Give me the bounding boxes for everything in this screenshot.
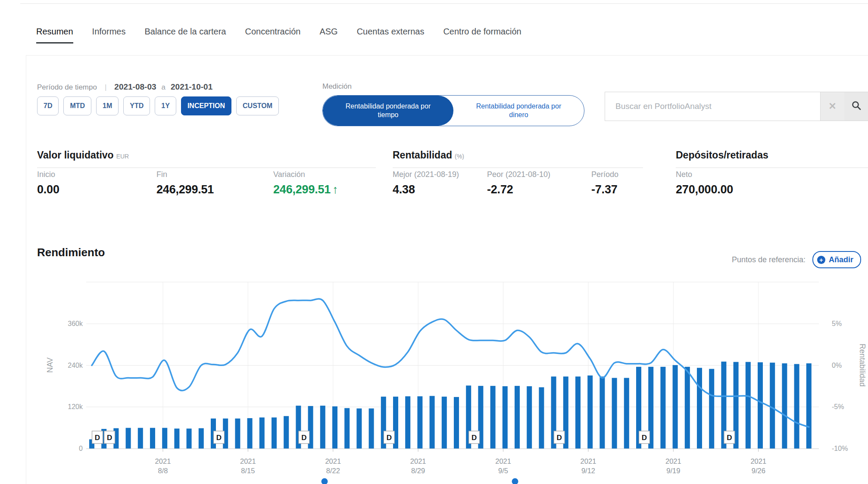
legend-return-dot[interactable]: [512, 478, 518, 484]
stat-group-title: Depósitos/retiradas: [676, 149, 768, 161]
period-header: Período de tiempo | 2021-08-03 a 2021-10…: [37, 82, 212, 92]
nav-bar: [344, 408, 350, 449]
period-button-7d[interactable]: 7D: [37, 96, 59, 115]
clear-search-button[interactable]: ✕: [820, 92, 844, 121]
nav-bar: [746, 362, 751, 449]
measure-option-line2: tiempo: [378, 111, 398, 119]
tab-bar: ResumenInformesBalance de la carteraConc…: [36, 27, 521, 43]
nav-bar: [332, 406, 337, 449]
stat-value-text: -2.72: [487, 183, 513, 196]
measure-option-line1: Rentabilidad ponderada por: [346, 102, 431, 111]
add-benchmark-button[interactable]: + Añadir: [812, 251, 861, 268]
nav-bar: [599, 376, 605, 449]
nav-bar: [150, 428, 155, 449]
nav-bar: [587, 375, 593, 449]
measure-option-line1: Rentabilidad ponderada por: [476, 102, 561, 111]
deposit-marker-letter: D: [387, 434, 392, 442]
tab-resumen[interactable]: Resumen: [36, 27, 73, 43]
x-tick-year: 2021: [665, 457, 681, 465]
x-icon: ✕: [828, 101, 836, 112]
tab-informes[interactable]: Informes: [92, 27, 126, 43]
nav-bar: [174, 428, 179, 449]
nav-bar: [405, 396, 410, 449]
add-benchmark-label: Añadir: [829, 255, 853, 264]
period-from-date: 2021-08-03: [114, 82, 156, 92]
deposit-marker-letter: D: [471, 434, 477, 442]
deposit-marker-letter: D: [95, 434, 100, 442]
x-tick-date: 9/5: [498, 467, 508, 475]
stat-label: Mejor (2021-08-19): [393, 170, 459, 179]
x-tick-year: 2021: [155, 457, 171, 465]
tab-balance-de-la-cartera[interactable]: Balance de la cartera: [144, 27, 226, 43]
stat-value-text: 270,000.00: [676, 183, 733, 196]
deposit-marker-letter: D: [216, 434, 222, 442]
stat-column: Fin246,299.51: [156, 170, 214, 196]
tab-concentración[interactable]: Concentración: [245, 27, 300, 43]
x-tick-year: 2021: [325, 457, 341, 465]
nav-axis-tick: 0: [79, 445, 83, 452]
deposit-marker[interactable]: D: [639, 431, 650, 444]
deposit-marker[interactable]: D: [384, 431, 394, 444]
chart-svg: DDDDDDDDD0120k240k360kNAV5%0%-5%-10%Rent…: [43, 278, 868, 484]
deposit-marker[interactable]: D: [92, 431, 103, 444]
deposit-marker[interactable]: D: [469, 431, 480, 444]
stat-label: Período: [591, 170, 618, 179]
period-button-1m[interactable]: 1M: [96, 96, 119, 115]
x-tick-year: 2021: [240, 457, 256, 465]
tab-centro-de-formación[interactable]: Centro de formación: [443, 27, 521, 43]
period-to-word: a: [162, 83, 165, 92]
stat-column: Mejor (2021-08-19)4.38: [393, 170, 459, 196]
stat-label: Inicio: [37, 170, 59, 179]
deposit-marker[interactable]: D: [104, 431, 115, 444]
deposit-marker-letter: D: [301, 434, 306, 442]
stat-value: 0.00: [37, 183, 59, 196]
nav-bar: [575, 376, 581, 449]
search-input[interactable]: [605, 92, 820, 121]
stat-value: 246,299.51↑: [273, 183, 338, 196]
stat-divider: [676, 168, 868, 168]
x-tick-date: 8/15: [241, 467, 255, 475]
legend-nav-dot[interactable]: [322, 478, 328, 484]
period-button-1y[interactable]: 1Y: [155, 96, 176, 115]
deposit-marker[interactable]: D: [214, 431, 225, 444]
tab-cuentas-externas[interactable]: Cuentas externas: [357, 27, 425, 43]
nav-bar: [126, 428, 131, 449]
x-tick-date: 8/22: [326, 467, 340, 475]
deposit-marker[interactable]: D: [724, 431, 735, 444]
x-tick-year: 2021: [750, 457, 766, 465]
stat-value-text: 246,299.51: [156, 183, 214, 196]
nav-bar: [442, 397, 447, 449]
main-card: Período de tiempo | 2021-08-03 a 2021-10…: [26, 55, 868, 484]
period-button-mtd[interactable]: MTD: [63, 96, 91, 115]
magnifier-icon: [851, 100, 862, 112]
search-button[interactable]: [844, 92, 868, 121]
nav-axis-tick: 120k: [68, 403, 83, 410]
return-axis-tick: 0%: [832, 362, 842, 369]
deposit-marker[interactable]: D: [299, 431, 309, 444]
stat-unit: (%): [455, 153, 464, 160]
stat-value: -2.72: [487, 183, 550, 196]
stat-value: 270,000.00: [676, 183, 733, 196]
stat-group-title: Rentabilidad(%): [393, 149, 464, 161]
period-button-inception[interactable]: INCEPTION: [181, 96, 231, 115]
deposit-marker[interactable]: D: [554, 431, 565, 444]
stat-divider: [393, 168, 643, 168]
period-button-custom[interactable]: CUSTOM: [236, 96, 279, 115]
nav-bar: [758, 362, 763, 449]
nav-bar: [454, 397, 459, 449]
nav-bar: [697, 368, 702, 449]
measure-option-dinero[interactable]: Rentabilidad ponderada pordinero: [453, 96, 584, 126]
nav-bar: [806, 363, 812, 449]
nav-bar: [417, 396, 422, 449]
nav-bar: [794, 364, 799, 449]
stat-label: Variación: [273, 170, 338, 179]
nav-bar: [527, 386, 532, 449]
measure-option-tiempo[interactable]: Rentabilidad ponderada portiempo: [323, 96, 453, 126]
nav-bar: [259, 417, 265, 449]
period-button-ytd[interactable]: YTD: [123, 96, 150, 115]
tab-asg[interactable]: ASG: [319, 27, 337, 43]
nav-bar: [770, 363, 775, 449]
x-tick-year: 2021: [495, 457, 511, 465]
period-separator: |: [105, 83, 106, 92]
stat-column: Neto270,000.00: [676, 170, 733, 196]
